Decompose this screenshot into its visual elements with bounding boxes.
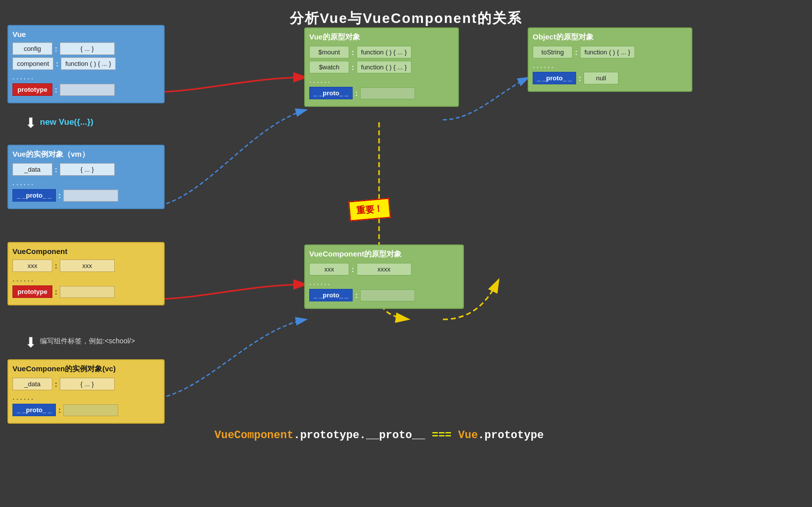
important-label: 重要！ — [348, 198, 391, 222]
vcp-xxx-row: xxx : xxxx — [309, 263, 459, 275]
vm-proto-row: _ _proto_ _ : — [12, 189, 160, 202]
vue-instance-title: Vue的实例对象（vm） — [12, 150, 160, 159]
vc-dots: ...... — [12, 274, 160, 283]
eq-part5: .prototype — [478, 429, 544, 442]
vc-data-colon: : — [55, 380, 57, 388]
op-dots: ...... — [533, 61, 687, 70]
vp-mount-key: $mount — [309, 46, 349, 58]
op-proto-key: _ _proto_ _ — [533, 72, 576, 84]
new-vue-arrow: ⬇ — [25, 115, 36, 131]
vp-proto-colon: : — [355, 89, 358, 97]
main-title: 分析Vue与VueComponent的关系 — [0, 0, 812, 28]
vp-watch-colon: : — [352, 63, 354, 71]
vc-proto-title: VueComponent的原型对象 — [309, 250, 459, 259]
vue-proto-box: Vue的原型对象 $mount : function ( ) { ... } $… — [304, 27, 459, 107]
vue-component-colon: : — [56, 60, 58, 68]
vue-component-val: function ( ) { ... } — [61, 57, 116, 70]
vue-box: Vue config : { ... } component : functio… — [7, 25, 165, 103]
vue-config-colon: : — [55, 45, 57, 53]
vcp-xxx-val: xxxx — [357, 263, 411, 275]
vc-inst-proto-val — [63, 404, 118, 416]
vc-dots2: ...... — [12, 393, 160, 402]
vue-prototype-val — [60, 84, 115, 96]
vc-prototype-val — [60, 286, 115, 298]
vp-dots: ...... — [309, 76, 454, 85]
vcp-proto-key: _ _proto_ _ — [309, 289, 353, 301]
vcp-proto-row: _ _proto_ _ : — [309, 289, 459, 301]
vue-config-key: config — [12, 42, 52, 55]
eq-part2: .prototype.__proto__ — [293, 429, 425, 442]
vc-instance-box: VueComponen的实例对象(vc) _data : { ... } ...… — [7, 359, 165, 424]
vcp-xxx-colon: : — [352, 265, 354, 273]
vm-dots: ...... — [12, 178, 160, 187]
object-proto-title: Object的原型对象 — [533, 32, 687, 42]
vm-proto-key: _ _proto_ _ — [12, 189, 56, 202]
vc-prototype-row: prototype : — [12, 285, 160, 298]
new-vue-label: new Vue({...}) — [40, 117, 93, 127]
eq-part3: === — [432, 429, 452, 442]
vc-data-val: { ... } — [60, 378, 115, 390]
vp-mount-row: $mount : function ( ) { ... } — [309, 46, 454, 58]
vue-prototype-row: prototype : — [12, 83, 160, 96]
vm-data-colon: : — [55, 166, 57, 174]
equation: VueComponent.prototype.__proto__ === Vue… — [214, 429, 544, 442]
vc-data-row: _data : { ... } — [12, 378, 160, 390]
write-component-label: 编写组件标签，例如:<school/> — [40, 337, 135, 346]
vc-inst-proto-row: _ _proto_ _ : — [12, 404, 160, 416]
vp-proto-val — [360, 87, 415, 99]
vcp-proto-colon: : — [355, 291, 358, 299]
vue-proto-title: Vue的原型对象 — [309, 32, 454, 42]
vp-watch-val: function ( ) { ... } — [357, 61, 411, 73]
vm-proto-colon: : — [58, 192, 61, 200]
vc-prototype-colon: : — [55, 288, 57, 296]
eq-part4: Vue — [458, 429, 478, 442]
op-tostring-val: function ( ) { ... } — [580, 46, 635, 58]
vc-data-key: _data — [12, 378, 52, 390]
vue-config-val: { ... } — [60, 42, 115, 55]
vcp-xxx-key: xxx — [309, 263, 349, 275]
vue-component-box: VueComponent xxx : xxx ...... prototype … — [7, 242, 165, 305]
vc-proto-box: VueComponent的原型对象 xxx : xxxx ...... _ _p… — [304, 245, 464, 309]
vp-proto-row: _ _proto_ _ : — [309, 87, 454, 99]
vm-data-row: _data : { ... } — [12, 163, 160, 176]
vp-watch-key: $watch — [309, 61, 349, 73]
vp-mount-colon: : — [352, 48, 354, 56]
vue-box-title: Vue — [12, 30, 160, 38]
op-proto-val: null — [584, 72, 618, 84]
op-tostring-key: toString — [533, 46, 573, 58]
vue-dots: ...... — [12, 72, 160, 81]
vc-instance-title: VueComponen的实例对象(vc) — [12, 364, 160, 374]
eq-part1: VueComponent — [214, 429, 293, 442]
vcp-dots: ...... — [309, 278, 459, 287]
vc-inst-proto-colon: : — [58, 406, 61, 414]
op-tostring-row: toString : function ( ) { ... } — [533, 46, 687, 58]
vue-prototype-key: prototype — [12, 83, 52, 96]
vc-inst-proto-key: _ _proto_ _ — [12, 404, 56, 416]
vue-component-title: VueComponent — [12, 247, 160, 255]
op-tostring-colon: : — [575, 48, 578, 56]
vcp-proto-val — [360, 289, 415, 301]
vm-proto-val — [63, 190, 118, 202]
vp-proto-key: _ _proto_ _ — [309, 87, 353, 99]
object-proto-box: Object的原型对象 toString : function ( ) { ..… — [528, 27, 692, 92]
vc-xxx-key: xxx — [12, 259, 52, 272]
vue-config-row: config : { ... } — [12, 42, 160, 55]
vue-prototype-colon: : — [55, 86, 57, 94]
write-component-arrow: ⬇ — [25, 334, 36, 351]
op-proto-colon: : — [579, 74, 581, 82]
vc-prototype-key: prototype — [12, 285, 52, 298]
vc-xxx-val: xxx — [60, 259, 115, 272]
vue-component-key: component — [12, 57, 53, 70]
vm-data-val: { ... } — [60, 163, 115, 176]
vp-watch-row: $watch : function ( ) { ... } — [309, 61, 454, 73]
vc-xxx-colon: : — [55, 262, 57, 270]
op-proto-row: _ _proto_ _ : null — [533, 72, 687, 84]
vm-data-key: _data — [12, 163, 52, 176]
vue-instance-box: Vue的实例对象（vm） _data : { ... } ...... _ _p… — [7, 145, 165, 209]
vp-mount-val: function ( ) { ... } — [357, 46, 411, 58]
vc-xxx-row: xxx : xxx — [12, 259, 160, 272]
vue-component-row: component : function ( ) { ... } — [12, 57, 160, 70]
